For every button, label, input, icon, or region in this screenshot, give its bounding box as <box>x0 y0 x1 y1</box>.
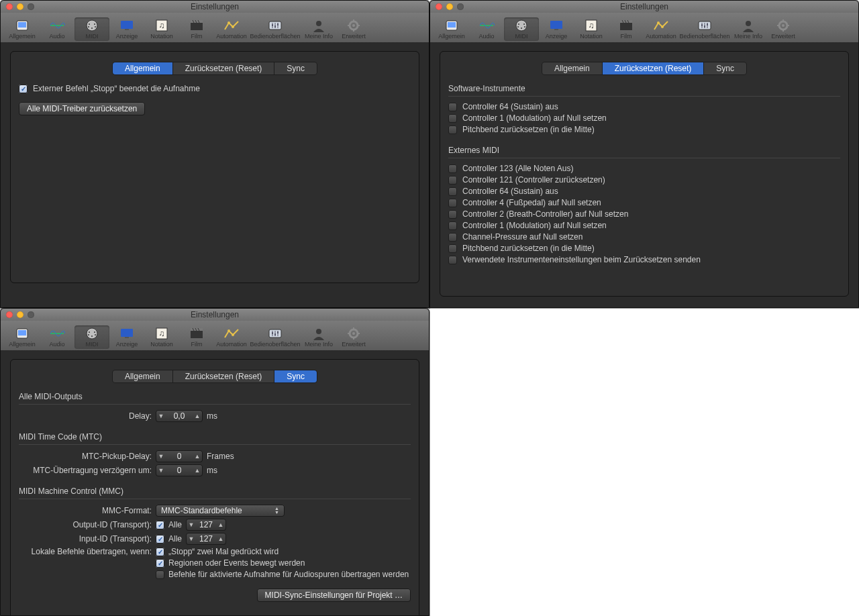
reset-midi-drivers-button[interactable]: Alle MIDI-Treiber zurücksetzen <box>19 102 145 115</box>
tab-reset[interactable]: Zurücksetzen (Reset) <box>603 62 705 74</box>
subtab-segmented[interactable]: Allgemein Zurücksetzen (Reset) Sync <box>542 62 746 74</box>
zoom-icon[interactable] <box>28 311 34 318</box>
close-icon[interactable] <box>436 3 442 10</box>
output-id-all-checkbox[interactable] <box>156 521 164 529</box>
toolbar-bedien[interactable]: Bedienoberflächen <box>678 17 731 41</box>
checkbox-row[interactable]: Controller 1 (Modulation) auf Null setze… <box>448 221 840 230</box>
subtab-segmented[interactable]: Allgemein Zurücksetzen (Reset) Sync <box>113 62 317 74</box>
tab-sync[interactable]: Sync <box>274 370 317 382</box>
checkbox-row[interactable]: Pitchbend zurücksetzen (in die Mitte) <box>448 125 840 134</box>
toolbar-automation[interactable]: Automation <box>214 17 249 41</box>
stepper-up-icon[interactable]: ▲ <box>215 521 226 528</box>
toolbar-meineinfo[interactable]: Meine Info <box>301 325 336 349</box>
toolbar-meineinfo[interactable]: Meine Info <box>731 17 766 41</box>
checkbox-row[interactable]: Pitchbend zurücksetzen (in die Mitte) <box>448 244 840 253</box>
tab-allgemein[interactable]: Allgemein <box>113 370 173 382</box>
checkbox-icon[interactable] <box>19 85 28 93</box>
checkbox-icon[interactable] <box>448 103 457 111</box>
checkbox-icon[interactable] <box>448 256 457 264</box>
stepper-down-icon[interactable]: ▼ <box>156 453 166 460</box>
checkbox-icon[interactable] <box>448 125 457 134</box>
titlebar[interactable]: Einstellungen <box>430 1 858 13</box>
checkbox-row[interactable]: Controller 121 (Controller zurücksetzen) <box>448 175 840 185</box>
zoom-icon[interactable] <box>28 3 34 10</box>
close-icon[interactable] <box>6 3 13 10</box>
toolbar-film[interactable]: Film <box>179 325 214 349</box>
zoom-icon[interactable] <box>457 3 464 10</box>
minimize-icon[interactable] <box>17 3 23 10</box>
titlebar[interactable]: Einstellungen <box>1 1 429 13</box>
checkbox-row[interactable]: Controller 123 (Alle Noten Aus) <box>448 164 840 173</box>
toolbar-midi[interactable]: MIDI <box>504 17 539 41</box>
checkbox-row[interactable]: Controller 64 (Sustain) aus <box>448 187 840 196</box>
stepper-down-icon[interactable]: ▼ <box>186 521 197 528</box>
mmc-format-select[interactable]: MMC-Standardbefehle ▲▼ <box>156 505 285 517</box>
tab-reset[interactable]: Zurücksetzen (Reset) <box>173 370 275 382</box>
local-regions-checkbox[interactable] <box>156 559 164 568</box>
toolbar-midi[interactable]: MIDI <box>74 325 109 349</box>
checkbox-row[interactable]: Controller 2 (Breath-Controller) auf Nul… <box>448 209 840 219</box>
checkbox-icon[interactable] <box>448 210 457 219</box>
toolbar-film[interactable]: Film <box>609 17 644 41</box>
toolbar-anzeige[interactable]: Anzeige <box>109 325 144 349</box>
minimize-icon[interactable] <box>446 3 453 10</box>
checkbox-row[interactable]: Controller 1 (Modulation) auf Null setze… <box>448 113 840 123</box>
stepper-up-icon[interactable]: ▲ <box>192 413 203 419</box>
toolbar-bedien[interactable]: Bedienoberflächen <box>249 325 301 349</box>
input-id-value[interactable]: 127 <box>197 534 215 544</box>
stepper-up-icon[interactable]: ▲ <box>192 453 203 460</box>
toolbar-allgemein[interactable]: Allgemein <box>5 17 40 41</box>
mtc-pickup-stepper[interactable]: ▼ 0 ▲ <box>156 450 203 462</box>
mtc-tx-value[interactable]: 0 <box>166 466 192 475</box>
toolbar-notation[interactable]: ♫Notation <box>144 325 179 349</box>
checkbox-row[interactable]: Verwendete Instrumenteneinstellungen bei… <box>448 255 840 264</box>
stepper-up-icon[interactable]: ▲ <box>215 535 226 542</box>
project-sync-settings-button[interactable]: MIDI-Sync-Einstellungen für Projekt … <box>257 588 411 602</box>
tab-reset[interactable]: Zurücksetzen (Reset) <box>173 62 275 74</box>
checkbox-icon[interactable] <box>448 221 457 230</box>
checkbox-icon[interactable] <box>448 114 457 123</box>
close-icon[interactable] <box>6 311 13 318</box>
output-id-value[interactable]: 127 <box>197 520 215 529</box>
toolbar-anzeige[interactable]: Anzeige <box>539 17 574 41</box>
output-id-stepper[interactable]: ▼ 127 ▲ <box>186 519 226 531</box>
mtc-tx-stepper[interactable]: ▼ 0 ▲ <box>156 464 203 476</box>
checkbox-icon[interactable] <box>448 199 457 207</box>
toolbar-erweitert[interactable]: Erweitert <box>336 325 371 349</box>
tab-allgemein[interactable]: Allgemein <box>542 62 603 74</box>
stepper-down-icon[interactable]: ▼ <box>156 467 166 474</box>
mtc-pickup-value[interactable]: 0 <box>166 452 192 461</box>
tab-sync[interactable]: Sync <box>704 62 746 74</box>
toolbar-erweitert[interactable]: Erweitert <box>336 17 371 41</box>
local-stop-checkbox[interactable] <box>156 548 164 556</box>
stepper-up-icon[interactable]: ▲ <box>192 467 203 474</box>
toolbar-audio[interactable]: Audio <box>40 17 74 41</box>
checkbox-icon[interactable] <box>448 233 457 242</box>
input-id-all-checkbox[interactable] <box>156 535 164 544</box>
toolbar-midi[interactable]: MIDI <box>74 17 109 41</box>
minimize-icon[interactable] <box>17 311 23 318</box>
tab-allgemein[interactable]: Allgemein <box>113 62 173 74</box>
toolbar-audio[interactable]: Audio <box>40 325 74 349</box>
checkbox-icon[interactable] <box>448 164 457 173</box>
toolbar-automation[interactable]: Automation <box>214 325 249 349</box>
toolbar-meineinfo[interactable]: Meine Info <box>301 17 336 41</box>
checkbox-extern-stopp[interactable]: Externer Befehl „Stopp“ beendet die Aufn… <box>19 84 411 93</box>
checkbox-icon[interactable] <box>448 176 457 185</box>
toolbar-film[interactable]: Film <box>179 17 214 41</box>
toolbar-audio[interactable]: Audio <box>469 17 504 41</box>
tab-sync[interactable]: Sync <box>274 62 317 74</box>
toolbar-notation[interactable]: ♫Notation <box>144 17 179 41</box>
checkbox-row[interactable]: Channel-Pressure auf Null setzen <box>448 232 840 242</box>
checkbox-row[interactable]: Controller 4 (Fußpedal) auf Null setzen <box>448 198 840 207</box>
delay-value[interactable]: 0,0 <box>166 411 192 421</box>
checkbox-row[interactable]: Controller 64 (Sustain) aus <box>448 102 840 111</box>
checkbox-icon[interactable] <box>448 244 457 253</box>
toolbar-anzeige[interactable]: Anzeige <box>109 17 144 41</box>
subtab-segmented[interactable]: Allgemein Zurücksetzen (Reset) Sync <box>113 370 317 382</box>
toolbar-bedien[interactable]: Bedienoberflächen <box>249 17 301 41</box>
checkbox-icon[interactable] <box>448 187 457 196</box>
toolbar-allgemein[interactable]: Allgemein <box>5 325 40 349</box>
toolbar-notation[interactable]: ♫Notation <box>574 17 609 41</box>
toolbar-erweitert[interactable]: Erweitert <box>766 17 801 41</box>
